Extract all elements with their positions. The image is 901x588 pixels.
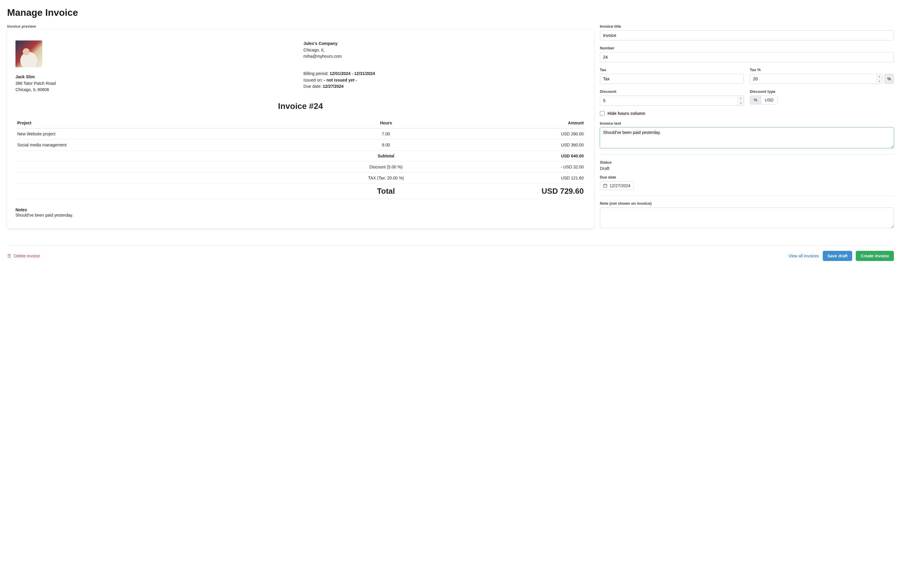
discount-row: Discount (5.00 %) - USD 32.00 (16, 162, 586, 173)
sender-name: Jack Slim (16, 74, 298, 80)
col-hours: Hours (323, 117, 448, 129)
col-project: Project (16, 117, 323, 129)
sender-cityline: Chicago, IL 60606 (16, 87, 298, 93)
due-date-value: 12/27/2024 (610, 183, 631, 188)
invoice-preview-label: Invoice preview (7, 24, 594, 28)
table-row: New Website project 7.00 USD 280.00 (16, 129, 586, 140)
discount-type-percent[interactable]: % (750, 96, 761, 104)
discount-type-toggle[interactable]: % USD (750, 95, 778, 104)
notes-block: Notes Should've been paid yesterday. (16, 207, 586, 218)
page-title: Manage Invoice (7, 7, 894, 18)
tax-percent-stepper[interactable]: ▲ ▼ (876, 74, 882, 84)
table-row: Social media management 9.00 USD 360.00 (16, 140, 586, 151)
hide-hours-checkbox[interactable] (600, 111, 605, 116)
company-cityline: Chicago, IL (304, 47, 586, 53)
create-invoice-button[interactable]: Create invoice (856, 251, 894, 261)
divider (600, 195, 894, 196)
footer-bar: Delete invoice View all invoices Save dr… (7, 245, 894, 261)
status-value: Draft (600, 166, 894, 171)
calendar-icon (603, 184, 607, 188)
trash-icon (7, 254, 11, 258)
subtotal-row: Subtotal USD 640.00 (16, 151, 586, 162)
invoice-text-label: Invoice text (600, 121, 894, 126)
number-label: Number (600, 46, 894, 50)
tax-row: TAX (Tax: 20.00 %) USD 121.60 (16, 173, 586, 184)
line-items-table: Project Hours Amount New Website project… (16, 117, 586, 199)
chevron-down-icon[interactable]: ▼ (877, 79, 882, 84)
col-amount: Amount (449, 117, 586, 129)
company-logo (16, 41, 42, 67)
invoice-card: Jack Slim 386 Tator Patch Road Chicago, … (7, 30, 594, 228)
hide-hours-label: Hide hours column (608, 111, 645, 116)
chevron-up-icon[interactable]: ▲ (738, 96, 744, 101)
tax-percent-input[interactable] (750, 74, 882, 84)
svg-rect-0 (603, 184, 607, 187)
due-date-label: Due date (600, 175, 894, 179)
tax-percent-label: Tax % (750, 67, 894, 72)
tax-unit-badge: % (884, 74, 894, 84)
divider (600, 154, 894, 155)
company-email: miha@myhours.com (304, 53, 586, 60)
number-input[interactable] (600, 52, 894, 62)
due-date-input[interactable]: 12/27/2024 (600, 181, 634, 190)
chevron-up-icon[interactable]: ▲ (877, 74, 882, 79)
invoice-title-input[interactable] (600, 30, 894, 41)
delete-invoice-link[interactable]: Delete invoice (7, 254, 40, 258)
due-date-meta: Due date: 12/27/2024 (304, 83, 586, 90)
discount-type-currency[interactable]: USD (761, 96, 777, 104)
chevron-down-icon[interactable]: ▼ (738, 101, 744, 106)
invoice-heading: Invoice #24 (16, 101, 586, 111)
note-label: Note (not shown on invoice) (600, 201, 894, 206)
discount-stepper[interactable]: ▲ ▼ (737, 96, 744, 105)
note-textarea[interactable] (600, 207, 894, 228)
sender-street: 386 Tator Patch Road (16, 80, 298, 87)
billing-period: Billing period: 12/01/2024 - 12/31/2024 (304, 70, 586, 77)
tax-name-input[interactable] (600, 74, 744, 84)
tax-name-label: Tax (600, 67, 744, 72)
discount-input[interactable] (600, 95, 744, 106)
discount-label: Discount (600, 89, 744, 94)
view-all-invoices-link[interactable]: View all invoices (789, 254, 819, 258)
notes-heading: Notes (16, 207, 586, 212)
company-name: Jules's Company (304, 41, 586, 47)
settings-column: Invoice title Number Tax Tax % ▲ ▼ (600, 24, 894, 234)
discount-type-label: Discount type (750, 89, 894, 94)
invoice-preview-column: Invoice preview Jack Slim 386 Tator Patc… (7, 24, 594, 234)
save-draft-button[interactable]: Save draft (823, 251, 853, 261)
status-label: Status (600, 160, 894, 165)
invoice-text-textarea[interactable] (600, 127, 894, 148)
invoice-title-label: Invoice title (600, 24, 894, 28)
notes-body: Should've been paid yesterday. (16, 213, 586, 218)
issued-on: Issued on: - not issued yet - (304, 77, 586, 84)
total-row: Total USD 729.60 (16, 184, 586, 199)
